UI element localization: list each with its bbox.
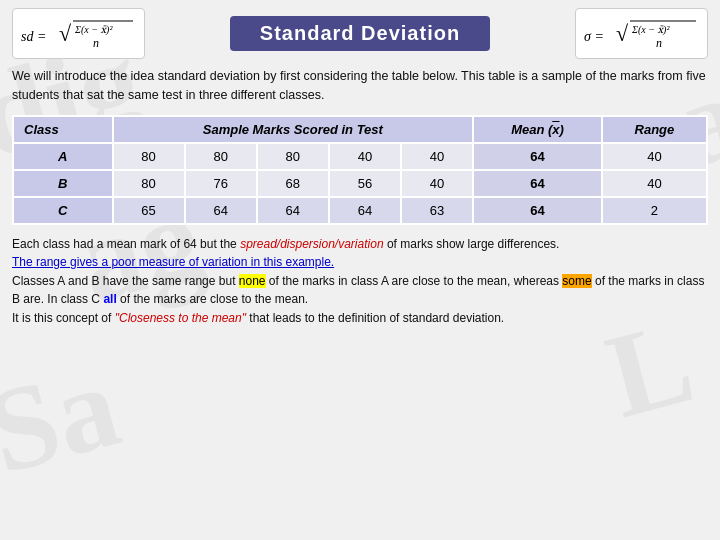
mark-cell: 76 — [185, 170, 257, 197]
mark-cell: 80 — [185, 143, 257, 170]
mark-cell: 80 — [113, 143, 185, 170]
mark-cell: 56 — [329, 170, 401, 197]
table-row: B80766856406440 — [13, 170, 707, 197]
col-sample-header: Sample Marks Scored in Test — [113, 116, 474, 143]
data-table: Class Sample Marks Scored in Test Mean (… — [12, 115, 708, 225]
mark-cell: 63 — [401, 197, 473, 224]
col-class-header: Class — [13, 116, 113, 143]
page-title: Standard Deviation — [230, 16, 490, 51]
range-cell: 2 — [602, 197, 707, 224]
intro-text: We will introduce the idea standard devi… — [12, 67, 708, 105]
range-cell: 40 — [602, 170, 707, 197]
formula-left-svg: sd = √ Σ(x − x̄)² n — [21, 13, 136, 51]
mean-cell: 64 — [473, 170, 602, 197]
svg-text:Σ(x − x̄)²: Σ(x − x̄)² — [631, 24, 670, 36]
svg-text:n: n — [93, 36, 99, 50]
col-mean-header: Mean (x) — [473, 116, 602, 143]
all-highlight: all — [103, 292, 116, 306]
mark-cell: 64 — [257, 197, 329, 224]
none-highlight: none — [239, 274, 266, 288]
analysis-text: Each class had a mean mark of 64 but the… — [12, 235, 708, 328]
mark-cell: 40 — [329, 143, 401, 170]
mark-cell: 65 — [113, 197, 185, 224]
svg-text:Σ(x − x̄)²: Σ(x − x̄)² — [74, 24, 113, 36]
mark-cell: 68 — [257, 170, 329, 197]
range-poor-highlight: The range gives a poor measure of variat… — [12, 255, 334, 269]
mark-cell: 80 — [113, 170, 185, 197]
svg-text:σ =: σ = — [584, 29, 604, 44]
mark-cell: 80 — [257, 143, 329, 170]
mark-cell: 64 — [185, 197, 257, 224]
class-cell: B — [13, 170, 113, 197]
mark-cell: 40 — [401, 170, 473, 197]
table-row: A80808040406440 — [13, 143, 707, 170]
closeness-highlight: "Closeness to the mean" — [115, 311, 246, 325]
col-range-header: Range — [602, 116, 707, 143]
spread-highlight: spread/dispersion/variation — [240, 237, 383, 251]
mean-cell: 64 — [473, 197, 602, 224]
formula-right: σ = √ Σ(x − x̄)² n — [575, 8, 708, 59]
svg-text:√: √ — [616, 21, 629, 46]
mean-cell: 64 — [473, 143, 602, 170]
table-row: C6564646463642 — [13, 197, 707, 224]
svg-text:n: n — [656, 36, 662, 50]
svg-text:√: √ — [59, 21, 72, 46]
class-cell: C — [13, 197, 113, 224]
mark-cell: 64 — [329, 197, 401, 224]
header-row: sd = √ Σ(x − x̄)² n Standard Deviation σ… — [12, 8, 708, 59]
class-cell: A — [13, 143, 113, 170]
mark-cell: 40 — [401, 143, 473, 170]
range-cell: 40 — [602, 143, 707, 170]
formula-right-svg: σ = √ Σ(x − x̄)² n — [584, 13, 699, 51]
some-highlight: some — [562, 274, 591, 288]
formula-left: sd = √ Σ(x − x̄)² n — [12, 8, 145, 59]
svg-text:sd =: sd = — [21, 29, 46, 44]
